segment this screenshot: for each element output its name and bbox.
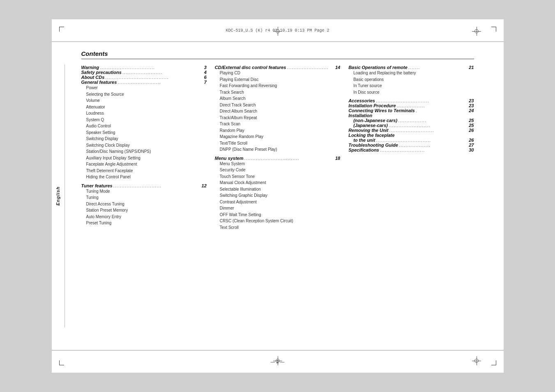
top-marks-area: KDC-519_U.S (K) r4 01.10.19 0:13 PM Page… xyxy=(52,19,504,42)
column-3: Basic Operations of remote ....... 21 Lo… xyxy=(348,65,474,346)
toc-item-crsc: CRSC (Clean Reception System Circuit) xyxy=(215,218,340,224)
page-ref-removing: 26 xyxy=(469,128,474,133)
toc-item-in-tuner: In Tuner source xyxy=(348,83,474,89)
toc-item-loading-battery: Loading and Replacing the battery xyxy=(348,70,474,76)
toc-item-manual-clock: Manual Clock Adjustment xyxy=(215,180,340,186)
toc-heading-install-proc: Installation Procedure .................… xyxy=(348,103,474,108)
toc-item-preset-tuning: Preset Tuning xyxy=(81,220,207,226)
toc-item-volume: Volume xyxy=(81,97,207,104)
toc-item-hiding-control: Hiding the Control Panel xyxy=(81,174,207,180)
toc-label-tuner: Tuner features xyxy=(81,183,113,188)
dots-troubleshoot: ................... xyxy=(399,143,468,148)
toc-item-station-preset: Station Preset Memory xyxy=(81,207,207,214)
page-ref-cd: 14 xyxy=(335,65,340,70)
toc-item-dimmer: Dimmer xyxy=(215,205,340,212)
toc-label-accessories: Accessories xyxy=(348,98,375,103)
bottom-crosshair xyxy=(273,356,282,365)
page-ref-menu: 18 xyxy=(335,156,340,161)
toc-heading-aboutcds: About CDs ..............................… xyxy=(81,75,207,80)
dots-install-nonjp2: ................. xyxy=(398,118,468,123)
toc-item-direct-album: Direct Album Search xyxy=(215,108,340,115)
dots-safety: ........................ xyxy=(122,70,203,75)
crop-corner-tr xyxy=(491,27,496,32)
toc-label-locking2: to the unit xyxy=(353,138,375,143)
toc-heading-specs: Specifications .........................… xyxy=(348,148,474,152)
toc-item-touch-sensor: Touch Sensor Tone xyxy=(215,173,340,180)
toc-item-switching-display: Switching Display xyxy=(81,136,207,142)
toc-heading-safety: Safety precautions .....................… xyxy=(81,70,207,75)
column-1: Warning ................................… xyxy=(81,65,215,346)
toc-item-auto-memory: Auto Memory Entry xyxy=(81,214,207,220)
page-ref-basic-ops: 21 xyxy=(469,65,474,70)
toc-label-troubleshoot: Troubleshooting Guide xyxy=(348,143,398,148)
dots-accessories: ................................ xyxy=(376,98,468,103)
spacer-2 xyxy=(215,153,340,156)
toc-item-tuning: Tuning xyxy=(81,194,207,201)
toc-item-track-album-repeat: Track/Album Repeat xyxy=(215,115,340,121)
toc-item-station-disc-naming: Station/Disc Naming (SNPS/DNPS) xyxy=(81,148,207,155)
toc-heading-basic-ops: Basic Operations of remote ....... 21 xyxy=(348,65,474,70)
page-ref-connecting: 24 xyxy=(469,108,474,113)
toc-item-security-code: Security Code xyxy=(215,167,340,173)
dots-specs: ........................... xyxy=(380,148,468,152)
toc-item-playing-ext: Playing External Disc xyxy=(215,76,340,83)
spacer-3 xyxy=(348,95,474,98)
dots-cd: ......................... xyxy=(287,65,334,70)
page-ref-safety: 4 xyxy=(204,70,207,75)
toc-label-connecting: Connecting Wires to Terminals xyxy=(348,108,415,113)
toc-item-system-q: System Q xyxy=(81,117,207,123)
page-ref-locking2: 26 xyxy=(469,138,474,143)
toc-label-install-proc: Installation Procedure xyxy=(348,103,396,108)
page-ref-specs: 30 xyxy=(469,148,474,152)
toc-heading-removing: Removing the Unit ......................… xyxy=(348,128,474,133)
toc-label-general: General features xyxy=(81,80,117,85)
toc-item-tuning-mode: Tuning Mode xyxy=(81,188,207,195)
top-crosshair xyxy=(273,27,282,36)
toc-item-direct-track: Direct Track Search xyxy=(215,102,340,108)
toc-heading-tuner: Tuner features .........................… xyxy=(81,183,207,188)
toc-item-playing-cd: Playing CD xyxy=(215,70,340,76)
toc-item-contrast: Contrast Adjustment xyxy=(215,199,340,205)
crop-corner-bl xyxy=(59,360,64,365)
side-label: English xyxy=(55,187,60,206)
toc-heading-install-nonjp: Installation xyxy=(348,113,474,118)
toc-label-menu: Menu system xyxy=(215,156,244,161)
crop-corner-tl xyxy=(59,27,64,32)
toc-item-attenuator: Attenuator xyxy=(81,104,207,111)
toc-heading-install-jp: (Japanese-cars) ........................… xyxy=(348,123,474,128)
toc-item-menu-system: Menu System xyxy=(215,161,340,167)
toc-label-install-nonjp: Installation xyxy=(348,113,372,118)
toc-label-aboutcds: About CDs xyxy=(81,75,105,80)
toc-heading-locking: Locking the faceplate xyxy=(348,133,474,138)
spacer-1 xyxy=(81,180,207,183)
toc-label-locking: Locking the faceplate xyxy=(348,133,394,138)
toc-item-switching-graphic: Switching Graphic Display xyxy=(215,192,340,199)
bottom-marks-area: — 2 — xyxy=(52,350,504,373)
toc-item-track-scan: Track Scan xyxy=(215,121,340,127)
toc-heading-connecting: Connecting Wires to Terminals . 24 xyxy=(348,108,474,113)
crosshair-circle-br xyxy=(474,359,479,363)
dots-aboutcds: ...................................... xyxy=(105,75,203,80)
toc-item-faceplate-angle: Faceplate Angle Adjustment xyxy=(81,161,207,168)
toc-label-basic-ops: Basic Operations of remote xyxy=(348,65,408,70)
toc-item-selectable-illum: Selectable Illumination xyxy=(215,186,340,193)
toc-heading-install-nonjp2: (non-Japanese cars) ................. 25 xyxy=(348,118,474,123)
page-ref-troubleshoot: 27 xyxy=(469,143,474,148)
toc-item-album-search: Album Search xyxy=(215,95,340,102)
toc-label-install-jp: (Japanese-cars) xyxy=(353,123,388,128)
page-ref-warning: 3 xyxy=(204,65,207,70)
crosshair-circle-bottom xyxy=(276,359,280,363)
toc-item-fast-forward: Fast Forwarding and Reversing xyxy=(215,83,340,89)
dots-basic-ops: ....... xyxy=(408,65,468,70)
toc-item-selecting-source: Selecting the Source xyxy=(81,91,207,98)
dots-install-proc: ................. xyxy=(397,103,468,108)
dots-warning: ................................. xyxy=(100,65,203,70)
toc-heading-menu: Menu system ............................… xyxy=(215,156,340,161)
page-ref-accessories: 23 xyxy=(469,98,474,103)
columns: Warning ................................… xyxy=(81,65,474,346)
toc-heading-locking2: to the unit ............................… xyxy=(348,138,474,143)
toc-item-direct-access: Direct Access Tuning xyxy=(81,201,207,208)
page-ref-general: 7 xyxy=(204,80,207,85)
toc-item-text-scroll: Text Scroll xyxy=(215,224,340,231)
page-ref-install-jp: 25 xyxy=(469,123,474,128)
